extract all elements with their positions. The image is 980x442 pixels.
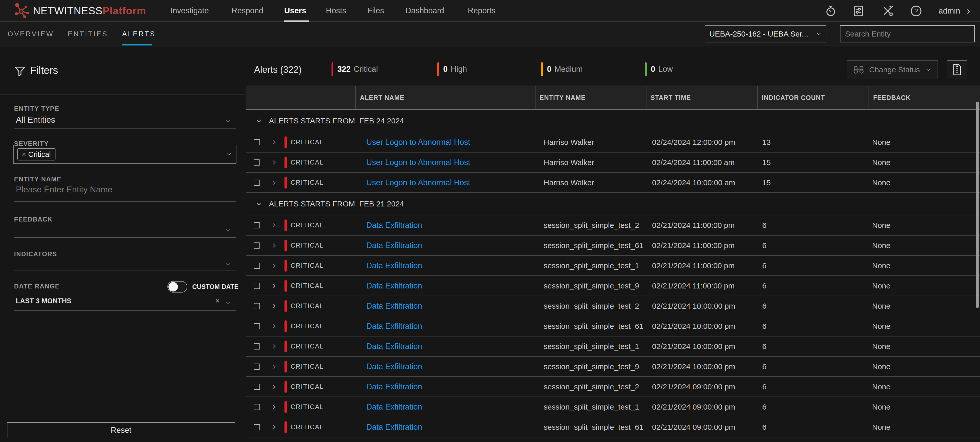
alert-name-link[interactable]: Data Exfiltration bbox=[355, 302, 535, 311]
row-checkbox[interactable] bbox=[254, 364, 260, 370]
row-checkbox[interactable] bbox=[254, 424, 260, 430]
entity-type-label: ENTITY TYPE bbox=[14, 105, 59, 113]
alert-name-link[interactable]: Data Exfiltration bbox=[355, 241, 535, 250]
export-alerts-button[interactable] bbox=[947, 60, 967, 79]
date-range-value[interactable]: LAST 3 MONTHS bbox=[16, 297, 72, 305]
critical-severity-bar bbox=[285, 280, 287, 292]
chevron-down-icon[interactable] bbox=[224, 227, 232, 234]
column-feedback[interactable]: FEEDBACK bbox=[869, 86, 980, 109]
alerts-group-header[interactable]: ALERTS STARTS FROM FEB 24 2024 bbox=[246, 110, 980, 132]
tab-entities[interactable]: ENTITIES bbox=[68, 30, 108, 38]
svg-text:?: ? bbox=[914, 7, 918, 14]
critical-severity-bar bbox=[285, 157, 287, 169]
chevron-right-icon[interactable] bbox=[271, 242, 277, 249]
alert-name-link[interactable]: User Logon to Abnormal Host bbox=[355, 138, 535, 147]
chevron-right-icon[interactable] bbox=[271, 323, 277, 329]
entity-name: session_split_simple_test_61 bbox=[535, 423, 646, 431]
search-entity-input[interactable] bbox=[845, 30, 969, 38]
binoculars-icon bbox=[853, 65, 864, 74]
vertical-scrollbar-thumb[interactable] bbox=[976, 102, 979, 308]
chevron-down-icon[interactable] bbox=[256, 118, 262, 124]
preferences-icon[interactable] bbox=[852, 5, 864, 17]
row-checkbox[interactable] bbox=[254, 262, 260, 269]
tab-overview[interactable]: OVERVIEW bbox=[8, 30, 54, 38]
admin-menu[interactable]: admin bbox=[939, 6, 960, 16]
alert-name-link[interactable]: Data Exfiltration bbox=[355, 261, 535, 270]
alert-name-link[interactable]: Data Exfiltration bbox=[355, 382, 535, 391]
ueba-service-select[interactable]: UEBA-250-162 - UEBA Ser... bbox=[705, 25, 826, 42]
entity-name: session_split_simple_test_9 bbox=[535, 362, 646, 371]
change-status-button[interactable]: Change Status bbox=[847, 60, 938, 79]
nav-item-users[interactable]: Users bbox=[284, 6, 306, 15]
reset-button[interactable]: Reset bbox=[7, 422, 235, 438]
row-checkbox[interactable] bbox=[254, 404, 260, 410]
chip-label: Critical bbox=[28, 150, 51, 159]
stopwatch-icon[interactable] bbox=[824, 5, 837, 17]
alerts-group-header[interactable]: ALERTS STARTS FROM FEB 21 2024 bbox=[246, 193, 980, 215]
alert-name-link[interactable]: User Logon to Abnormal Host bbox=[355, 158, 535, 167]
critical-bar bbox=[331, 62, 333, 76]
row-checkbox[interactable] bbox=[254, 139, 260, 145]
chevron-right-icon[interactable] bbox=[271, 222, 277, 228]
chip-remove-icon[interactable]: × bbox=[22, 151, 26, 158]
row-checkbox[interactable] bbox=[254, 343, 260, 350]
chevron-right-icon[interactable] bbox=[271, 303, 277, 309]
alert-name-link[interactable]: Data Exfiltration bbox=[355, 281, 535, 291]
nav-item-files[interactable]: Files bbox=[367, 6, 384, 15]
row-checkbox[interactable] bbox=[254, 242, 260, 249]
alert-name-link[interactable]: Data Exfiltration bbox=[355, 342, 535, 351]
chevron-down-icon[interactable] bbox=[224, 118, 232, 125]
critical-count: 322 bbox=[337, 65, 351, 74]
tab-alerts[interactable]: ALERTS bbox=[122, 30, 156, 38]
nav-item-respond[interactable]: Respond bbox=[232, 6, 263, 15]
row-checkbox[interactable] bbox=[254, 384, 260, 390]
chevron-right-icon[interactable] bbox=[271, 283, 277, 289]
filters-panel: Filters ENTITY TYPE All Entities SEVERIT… bbox=[0, 46, 245, 442]
column-alert-name[interactable]: ALERT NAME bbox=[355, 86, 535, 109]
column-indicator-count[interactable]: INDICATOR COUNT bbox=[757, 86, 869, 109]
critical-severity-bar bbox=[285, 240, 287, 251]
chevron-down-icon bbox=[225, 151, 232, 158]
column-start-time[interactable]: START TIME bbox=[646, 86, 757, 109]
row-checkbox[interactable] bbox=[254, 180, 260, 186]
chevron-down-icon[interactable] bbox=[224, 261, 232, 268]
alert-name-link[interactable]: Data Exfiltration bbox=[355, 423, 535, 432]
chevron-right-icon[interactable] bbox=[271, 364, 277, 370]
entity-name: session_split_simple_test_2 bbox=[535, 382, 646, 391]
chevron-right-icon[interactable] bbox=[271, 343, 277, 350]
custom-date-toggle[interactable] bbox=[167, 281, 187, 293]
chevron-right-icon[interactable] bbox=[271, 404, 277, 410]
tools-icon[interactable] bbox=[881, 5, 894, 17]
chevron-right-icon[interactable] bbox=[271, 180, 277, 186]
row-checkbox[interactable] bbox=[254, 222, 260, 228]
nav-item-investigate[interactable]: Investigate bbox=[170, 6, 209, 15]
nav-item-hosts[interactable]: Hosts bbox=[326, 6, 346, 15]
nav-item-dashboard[interactable]: Dashboard bbox=[406, 6, 444, 15]
chevron-down-icon[interactable] bbox=[256, 200, 262, 207]
chevron-right-icon[interactable] bbox=[271, 424, 277, 430]
chevron-right-icon[interactable] bbox=[271, 384, 277, 390]
help-icon[interactable]: ? bbox=[910, 5, 922, 17]
column-entity-name[interactable]: ENTITY NAME bbox=[535, 86, 646, 109]
feedback: None bbox=[869, 281, 980, 290]
alert-name-link[interactable]: Data Exfiltration bbox=[355, 322, 535, 331]
top-nav-bar: NETWITNESSPlatform Investigate Respond U… bbox=[0, 0, 980, 22]
row-checkbox[interactable] bbox=[254, 159, 260, 165]
chevron-right-icon[interactable] bbox=[271, 139, 277, 145]
chevron-right-icon[interactable] bbox=[271, 159, 277, 165]
alert-name-link[interactable]: User Logon to Abnormal Host bbox=[355, 178, 535, 187]
row-checkbox[interactable] bbox=[254, 303, 260, 309]
entity-type-value[interactable]: All Entities bbox=[16, 115, 55, 125]
nav-item-reports[interactable]: Reports bbox=[468, 6, 496, 15]
severity-select[interactable]: × Critical bbox=[13, 145, 236, 164]
entity-name-input[interactable]: Please Enter Entity Name bbox=[16, 185, 113, 194]
date-range-clear-icon[interactable]: × bbox=[215, 297, 220, 305]
row-checkbox[interactable] bbox=[254, 323, 260, 329]
chevron-right-icon[interactable] bbox=[271, 262, 277, 269]
alert-name-link[interactable]: Data Exfiltration bbox=[355, 402, 535, 412]
alert-name-link[interactable]: Data Exfiltration bbox=[355, 362, 535, 371]
alert-name-link[interactable]: Data Exfiltration bbox=[355, 221, 535, 230]
chevron-down-icon[interactable] bbox=[224, 299, 232, 306]
indicators-label: INDICATORS bbox=[14, 250, 57, 258]
row-checkbox[interactable] bbox=[254, 283, 260, 289]
